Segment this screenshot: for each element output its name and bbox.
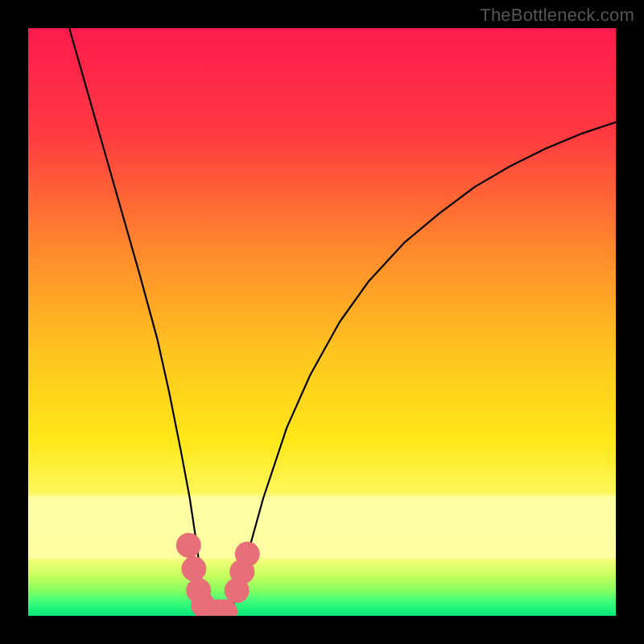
plot-area (28, 28, 616, 616)
watermark-text: TheBottleneck.com (480, 5, 634, 26)
curve-marker (235, 542, 260, 567)
curve-marker (176, 533, 201, 558)
bottleneck-curve (69, 28, 616, 613)
curve-marker (181, 556, 206, 581)
curve-markers (176, 533, 260, 616)
curve-layer (28, 28, 616, 616)
chart-frame: TheBottleneck.com (0, 0, 644, 644)
